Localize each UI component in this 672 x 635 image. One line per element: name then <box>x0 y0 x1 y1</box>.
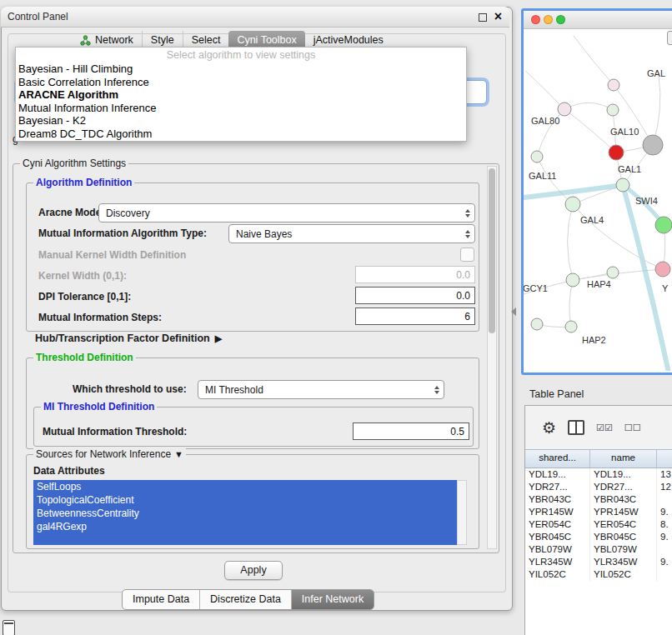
sources-legend[interactable]: Sources for Network Inference ▼ <box>33 448 186 460</box>
mi-threshold-field[interactable] <box>353 422 469 440</box>
table-cell <box>657 568 672 581</box>
gear-icon[interactable]: ⚙ <box>542 418 556 438</box>
column-header[interactable] <box>657 450 672 468</box>
network-edge[interactable] <box>573 204 663 269</box>
aracne-mode-select[interactable]: Discovery <box>98 203 475 222</box>
column-header[interactable]: name <box>590 450 657 468</box>
network-node[interactable] <box>566 273 579 287</box>
network-node[interactable] <box>607 104 619 116</box>
close-icon[interactable]: × <box>494 8 502 25</box>
table-row[interactable]: YBR045CYBR045C9. <box>525 531 672 543</box>
network-edge[interactable] <box>525 71 564 109</box>
kernel-width-field[interactable] <box>355 266 475 283</box>
algorithm-option[interactable]: Basic Correlation Inference <box>16 76 466 89</box>
table-row[interactable]: YDL19...YDL19...13 <box>525 468 672 481</box>
network-canvas[interactable]: GALGAL80GAL10GAL11GAL1SWI4GAL4GCY1HAP4YH… <box>524 29 672 372</box>
network-node[interactable] <box>531 318 543 330</box>
column-header[interactable]: shared... <box>525 450 590 468</box>
control-panel-titlebar[interactable]: Control Panel × <box>1 7 509 28</box>
table-cell: YBL079W <box>590 543 657 556</box>
select-all-icon[interactable]: ☑☑ <box>596 422 613 433</box>
table-cell: YPR145W <box>525 506 590 518</box>
apply-button[interactable]: Apply <box>224 561 283 580</box>
zoom-traffic-light-icon[interactable] <box>556 15 565 24</box>
list-scrollbar[interactable] <box>457 480 467 545</box>
data-attributes-list[interactable]: SelfLoopsTopologicalCoefficientBetweenne… <box>33 480 457 545</box>
table-row[interactable]: YLR345WYLR345W9. <box>525 556 672 568</box>
mi-type-select[interactable]: Naive Bayes <box>228 224 475 243</box>
mi-steps-field[interactable] <box>355 308 475 325</box>
minimize-traffic-light-icon[interactable] <box>544 15 553 24</box>
dock-panel-icon[interactable] <box>3 620 15 635</box>
algorithm-option[interactable]: Bayesian - Hill Climbing <box>16 62 466 76</box>
network-view-titlebar[interactable] <box>524 11 672 29</box>
table-row[interactable]: YBR043CYBR043C <box>525 493 672 506</box>
network-edge[interactable] <box>623 185 669 371</box>
network-node[interactable] <box>616 178 629 192</box>
table-row[interactable]: YIL052CYIL052C <box>525 568 672 581</box>
network-node[interactable] <box>565 321 577 332</box>
network-node[interactable] <box>609 145 624 160</box>
network-node[interactable] <box>608 79 619 91</box>
tab-infer-network[interactable]: Infer Network <box>291 590 374 609</box>
scrollbar-thumb[interactable] <box>489 168 495 333</box>
which-threshold-select[interactable]: MI Threshold <box>198 380 444 399</box>
table-row[interactable]: YPR145WYPR145W9. <box>525 506 672 518</box>
algorithm-placeholder-option[interactable]: Select algorithm to view settings <box>16 48 466 62</box>
table-cell: YDL19... <box>590 468 657 481</box>
attribute-list-item[interactable]: SelfLoops <box>33 480 457 493</box>
clear-selection-icon[interactable]: ☐☐ <box>624 422 641 433</box>
algorithm-option[interactable]: Bayesian - K2 <box>16 114 466 128</box>
hub-definition-expander[interactable]: Hub/Transcription Factor Definition ▶ <box>35 332 222 344</box>
network-node[interactable] <box>655 262 670 277</box>
sources-title: Sources for Network Inference <box>36 448 171 460</box>
manual-kernel-checkbox[interactable] <box>460 248 474 262</box>
algorithm-option[interactable]: Mutual Information Inference <box>16 102 466 115</box>
which-threshold-value: MI Threshold <box>205 384 263 396</box>
network-node[interactable] <box>607 267 619 278</box>
columns-icon[interactable] <box>568 420 584 435</box>
network-edge[interactable] <box>564 102 613 110</box>
close-traffic-light-icon[interactable] <box>531 15 540 24</box>
tab-impute-data[interactable]: Impute Data <box>123 590 199 609</box>
table-toolbar: ⚙☑☑☐☐ <box>525 406 672 449</box>
network-edge[interactable] <box>524 185 623 198</box>
dpi-tolerance-field[interactable] <box>355 287 475 304</box>
view-control-button[interactable] <box>667 31 672 45</box>
network-edge[interactable] <box>653 75 660 145</box>
bottom-tabs: Impute DataDiscretize DataInfer Network <box>122 589 374 610</box>
algorithm-definition-title: Algorithm Definition <box>36 177 132 188</box>
table-cell: YBR045C <box>590 531 657 543</box>
network-edge[interactable] <box>574 36 614 85</box>
network-node[interactable] <box>643 135 663 155</box>
attribute-list-item[interactable]: gal4RGexp <box>33 520 457 533</box>
tab-discretize-data[interactable]: Discretize Data <box>199 590 291 609</box>
which-threshold-label: Which threshold to use: <box>73 383 187 395</box>
network-node[interactable] <box>558 102 571 116</box>
network-node[interactable] <box>565 197 580 212</box>
algorithm-option[interactable]: ARACNE Algorithm <box>16 88 466 102</box>
expand-down-icon: ▼ <box>174 448 183 460</box>
table-cell <box>657 493 672 506</box>
attribute-list-item[interactable]: TopologicalCoefficient <box>33 493 457 507</box>
panel-collapse-handle[interactable] <box>511 308 516 316</box>
table-cell: YBR043C <box>525 493 590 506</box>
network-edge[interactable] <box>564 109 616 152</box>
attribute-list-item[interactable]: BetweennessCentrality <box>33 507 457 520</box>
network-node[interactable] <box>531 151 543 162</box>
table-row[interactable]: YDR27...YDR27...12 <box>525 481 672 493</box>
node-label: GAL <box>647 68 665 78</box>
table-cell: YDL19... <box>525 468 590 481</box>
table-row[interactable]: YER054CYER054C8. <box>525 518 672 531</box>
settings-scrollbar[interactable] <box>487 166 497 549</box>
float-window-icon[interactable] <box>479 13 487 22</box>
table-cell: YBL079W <box>525 543 590 556</box>
network-edge[interactable] <box>568 204 574 280</box>
table-header-row: shared...name <box>525 449 672 468</box>
table-row[interactable]: YBL079WYBL079W <box>525 543 672 556</box>
table-panel-title: Table Panel <box>529 388 584 400</box>
combo-arrows-icon <box>465 209 470 218</box>
network-node[interactable] <box>655 217 672 233</box>
algorithm-option[interactable]: Dream8 DC_TDC Algorithm <box>16 128 466 141</box>
table-cell: YBR043C <box>590 493 657 506</box>
